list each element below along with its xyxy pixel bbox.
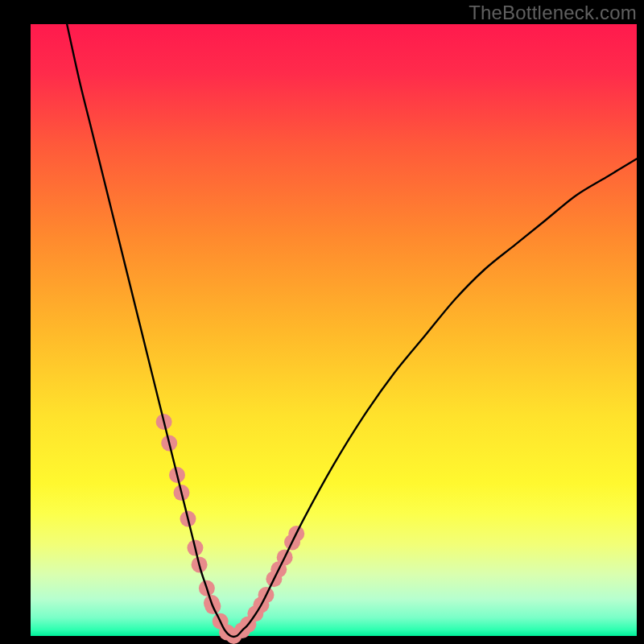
plot-area bbox=[31, 24, 637, 636]
watermark-text: TheBottleneck.com bbox=[469, 2, 637, 24]
chart-frame: TheBottleneck.com bbox=[0, 0, 644, 644]
